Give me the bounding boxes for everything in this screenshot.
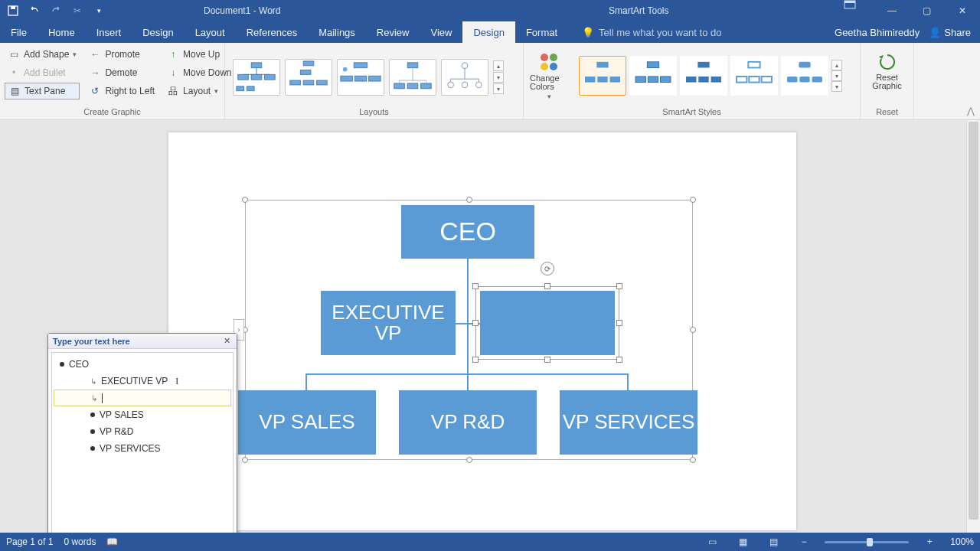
tab-insert[interactable]: Insert: [86, 21, 132, 43]
scrollbar-thumb[interactable]: [969, 122, 978, 520]
text-pane-item-active[interactable]: ↳: [54, 390, 231, 406]
node-vp-sales[interactable]: VP SALES: [238, 390, 376, 455]
zoom-in-button[interactable]: +: [920, 536, 939, 547]
styles-more-icon[interactable]: ▾: [831, 81, 842, 92]
style-thumb-1[interactable]: [579, 56, 626, 96]
tab-mailings[interactable]: Mailings: [308, 21, 366, 43]
layouts-more-icon[interactable]: ▾: [493, 83, 504, 94]
layout-thumb-1[interactable]: [233, 59, 280, 96]
node-ceo[interactable]: CEO: [401, 205, 534, 259]
shape-selection[interactable]: [475, 286, 619, 360]
add-shape-button[interactable]: ▭Add Shape: [5, 46, 80, 63]
zoom-slider-thumb[interactable]: [867, 538, 873, 546]
text-pane-item[interactable]: VP SERVICES: [54, 440, 231, 457]
reset-graphic-button[interactable]: Reset Graphic: [867, 49, 908, 93]
text-pane-item[interactable]: VP R&D: [54, 423, 231, 440]
resize-handle[interactable]: [544, 283, 550, 289]
share-button[interactable]: 👤 Share: [929, 27, 971, 38]
style-thumb-4[interactable]: [730, 56, 778, 96]
style-thumb-5[interactable]: [781, 56, 828, 96]
tab-smartart-format[interactable]: Format: [515, 21, 568, 43]
layout-thumb-2[interactable]: [285, 59, 332, 96]
tab-layout[interactable]: Layout: [185, 21, 236, 43]
tab-review[interactable]: Review: [366, 21, 420, 43]
move-down-button[interactable]: ↓Move Down: [164, 64, 234, 81]
layout-thumb-3[interactable]: [337, 59, 384, 96]
promote-button[interactable]: ←Promote: [86, 46, 158, 63]
resize-handle[interactable]: [472, 357, 479, 363]
vertical-scrollbar[interactable]: [966, 120, 980, 533]
resize-handle[interactable]: [472, 320, 479, 326]
close-icon[interactable]: ✕: [221, 336, 232, 346]
view-print-icon[interactable]: ▦: [733, 536, 753, 547]
node-vp-services[interactable]: VP SERVICES: [560, 390, 697, 455]
smartart-frame[interactable]: › CEO EXECUTIVE VP VP SALES VP R&D VP SE…: [245, 200, 693, 460]
proofing-icon[interactable]: 📖: [106, 536, 118, 547]
styles-up-icon[interactable]: ▴: [831, 60, 842, 70]
layouts-up-icon[interactable]: ▴: [493, 60, 504, 71]
text-pane-item[interactable]: ↳EXECUTIVE VPI: [54, 373, 231, 390]
resize-handle[interactable]: [472, 283, 479, 289]
resize-handle[interactable]: [690, 327, 696, 333]
redo-icon[interactable]: [46, 2, 66, 20]
save-icon[interactable]: [3, 2, 23, 20]
smartart-text-pane[interactable]: Type your text here ✕ CEO ↳EXECUTIVE VPI…: [47, 333, 237, 551]
collapse-ribbon-icon[interactable]: ⋀: [962, 43, 980, 119]
resize-handle[interactable]: [616, 320, 622, 326]
tell-me[interactable]: 💡 Tell me what you want to do: [568, 21, 835, 43]
text-pane-toggle[interactable]: ▤Text Pane: [5, 83, 80, 99]
style-thumb-3[interactable]: [680, 56, 727, 96]
tab-references[interactable]: References: [236, 21, 308, 43]
text-pane-header[interactable]: Type your text here ✕: [48, 334, 237, 349]
text-pane-body[interactable]: CEO ↳EXECUTIVE VPI ↳ VP SALES VP R&D VP …: [51, 352, 234, 551]
change-colors-button[interactable]: Change Colors: [528, 48, 570, 103]
user-name[interactable]: Geetha Bhimireddy: [835, 27, 920, 38]
close-button[interactable]: ✕: [945, 0, 980, 21]
restore-button[interactable]: ▢: [910, 0, 945, 21]
undo-icon[interactable]: [24, 2, 44, 20]
layout-thumb-4[interactable]: [389, 59, 436, 96]
styles-down-icon[interactable]: ▾: [831, 70, 842, 81]
page[interactable]: › CEO EXECUTIVE VP VP SALES VP R&D VP SE…: [168, 132, 796, 530]
styles-scroll[interactable]: ▴▾▾: [831, 58, 844, 93]
resize-handle[interactable]: [616, 357, 622, 363]
demote-button[interactable]: →Demote: [86, 64, 158, 81]
minimize-button[interactable]: —: [874, 0, 910, 21]
tab-home[interactable]: Home: [38, 21, 86, 43]
rtl-button[interactable]: ↺Right to Left: [86, 83, 158, 99]
status-page[interactable]: Page 1 of 1: [6, 536, 53, 547]
node-vp-rd[interactable]: VP R&D: [399, 390, 537, 455]
cut-icon[interactable]: ✂: [67, 2, 87, 20]
layouts-scroll[interactable]: ▴▾▾: [493, 59, 505, 96]
resize-handle[interactable]: [466, 457, 472, 463]
resize-handle[interactable]: [616, 283, 622, 289]
layout-button[interactable]: 品Layout: [164, 83, 234, 99]
tab-view[interactable]: View: [420, 21, 462, 43]
resize-handle[interactable]: [242, 197, 248, 203]
view-web-icon[interactable]: ▤: [763, 536, 783, 547]
rotate-handle-icon[interactable]: ⟳: [541, 262, 554, 276]
resize-handle[interactable]: [690, 457, 696, 463]
text-pane-item[interactable]: VP SALES: [54, 406, 231, 423]
add-bullet-button[interactable]: •Add Bullet: [5, 64, 80, 81]
ribbon-options-icon[interactable]: [844, 0, 874, 21]
zoom-out-button[interactable]: −: [794, 536, 814, 547]
style-thumb-2[interactable]: [629, 56, 677, 96]
resize-handle[interactable]: [466, 197, 472, 203]
layout-thumb-5[interactable]: [441, 59, 488, 96]
move-up-button[interactable]: ↑Move Up: [164, 46, 234, 63]
zoom-level[interactable]: 100%: [950, 536, 974, 547]
resize-handle[interactable]: [544, 357, 550, 363]
status-words[interactable]: 0 words: [64, 536, 96, 547]
node-exec-vp[interactable]: EXECUTIVE VP: [321, 291, 456, 355]
resize-handle[interactable]: [242, 457, 248, 463]
text-pane-item[interactable]: CEO: [54, 356, 231, 373]
qat-more-icon[interactable]: ▾: [89, 2, 109, 20]
tab-smartart-design[interactable]: Design: [462, 21, 514, 43]
tab-design[interactable]: Design: [132, 21, 184, 43]
view-read-icon[interactable]: ▭: [702, 536, 722, 547]
tab-file[interactable]: File: [0, 21, 38, 43]
resize-handle[interactable]: [690, 197, 696, 203]
layouts-down-icon[interactable]: ▾: [493, 72, 504, 83]
zoom-slider[interactable]: [825, 541, 909, 543]
